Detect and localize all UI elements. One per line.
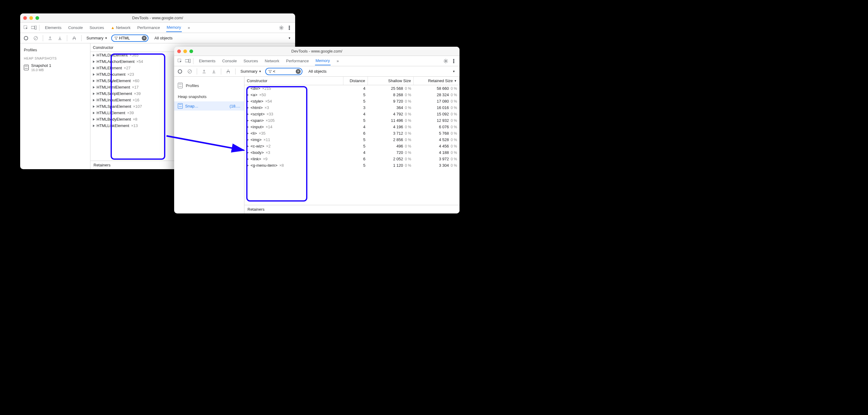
tab-sources[interactable]: Sources [243,57,259,65]
constructor-count: ×107 [133,104,142,109]
upload-icon[interactable] [46,34,54,42]
constructor-row[interactable]: <script>×33 4 4 7920 % 15 0920 % [244,111,460,117]
expand-caret-icon[interactable] [93,99,95,101]
retained-size: 58 6600 % [411,86,457,91]
expand-caret-icon[interactable] [93,93,95,95]
tab-performance[interactable]: Performance [136,23,160,32]
expand-caret-icon[interactable] [247,145,249,148]
device-icon[interactable] [184,57,192,65]
expand-caret-icon[interactable] [247,152,249,154]
snapshot-item[interactable]: Snapshot 1 16.0 MB [20,61,90,74]
expand-caret-icon[interactable] [247,158,249,160]
tab-console[interactable]: Console [221,57,238,65]
col-constructor[interactable]: Constructor [244,77,343,85]
download-icon[interactable] [56,34,64,42]
clear-icon[interactable] [32,34,40,42]
filter-input[interactable] [273,69,294,73]
expand-caret-icon[interactable] [247,119,249,122]
tab-memory[interactable]: Memory [315,57,331,65]
upload-icon[interactable] [200,67,208,75]
col-shallow[interactable]: Shallow Size [368,77,414,85]
expand-caret-icon[interactable] [93,86,95,89]
tab-memory[interactable]: Memory [166,23,182,32]
retainers-panel[interactable]: Retainers [244,205,460,214]
filter-input[interactable] [119,36,141,40]
snapshot-item[interactable]: Snap… (18.… [174,101,244,110]
expand-caret-icon[interactable] [93,73,95,76]
constructor-row[interactable]: <span>×105 5 11 4960 % 12 9320 % [244,117,460,124]
record-icon[interactable] [22,34,30,42]
view-dropdown[interactable]: Summary ▼ [239,68,264,74]
record-icon[interactable] [176,67,184,75]
shallow-size: 9 7200 % [365,99,411,103]
tab-elements[interactable]: Elements [198,57,216,65]
clear-filter-icon[interactable]: ✕ [142,36,147,41]
constructor-row[interactable]: <input>×14 4 4 1960 % 6 0760 % [244,124,460,130]
expand-caret-icon[interactable] [93,60,95,63]
constructor-row[interactable]: <img>×11 5 2 8560 % 4 5280 % [244,136,460,143]
snapshot-icon [24,65,29,70]
collect-garbage-icon[interactable] [224,67,232,75]
expand-caret-icon[interactable] [93,54,95,57]
expand-caret-icon[interactable] [93,118,95,121]
tab-network[interactable]: ▲Network [110,23,131,32]
kebab-menu-icon[interactable] [285,24,293,32]
view-dropdown[interactable]: Summary ▼ [85,35,110,41]
expand-caret-icon[interactable] [247,94,249,96]
collect-garbage-icon[interactable] [70,34,78,42]
expand-caret-icon[interactable] [247,87,249,90]
tab-performance[interactable]: Performance [285,57,309,65]
titlebar: DevTools - www.google.com/ [174,47,460,56]
tab-console[interactable]: Console [67,23,84,32]
tab-sources[interactable]: Sources [89,23,105,32]
constructor-row[interactable]: <li>×35 6 3 7120 % 5 7680 % [244,130,460,136]
constructor-name: <a> [251,93,257,97]
constructor-row[interactable]: <html>×3 3 3640 % 16 0160 % [244,104,460,111]
expand-caret-icon[interactable] [93,80,95,82]
objects-dropdown[interactable]: All objects [153,35,175,41]
expand-caret-icon[interactable] [247,100,249,103]
tab-elements[interactable]: Elements [44,23,62,32]
expand-caret-icon[interactable] [247,164,249,167]
constructor-row[interactable]: <c-wiz>×2 5 4960 % 4 4560 % [244,143,460,149]
expand-caret-icon[interactable] [247,126,249,128]
expand-caret-icon[interactable] [247,132,249,135]
more-tabs-icon[interactable]: » [187,23,191,32]
constructor-row[interactable]: <div>×215 4 25 5680 % 58 6600 % [244,85,460,92]
constructor-row[interactable]: <link>×9 6 2 0520 % 3 9720 % [244,156,460,162]
objects-dropdown[interactable]: All objects [307,68,329,74]
expand-caret-icon[interactable] [247,113,249,116]
col-retained[interactable]: Retained Size▼ [414,77,460,85]
expand-caret-icon[interactable] [93,67,95,69]
constructor-row[interactable]: <a>×50 5 8 2680 % 28 3240 % [244,92,460,98]
settings-icon[interactable] [442,57,450,65]
shallow-size: 11 4960 % [365,118,411,123]
expand-caret-icon[interactable] [93,105,95,108]
inspect-icon[interactable] [22,24,30,32]
col-distance[interactable]: Distance [343,77,368,85]
expand-caret-icon[interactable] [247,139,249,141]
expand-caret-icon[interactable] [93,112,95,114]
clear-icon[interactable] [186,67,194,75]
constructor-count: ×365 [129,53,138,57]
clear-filter-icon[interactable]: ✕ [296,69,301,74]
expand-caret-icon[interactable] [93,125,95,127]
svg-rect-2 [35,26,36,29]
expand-caret-icon[interactable] [247,106,249,109]
constructor-name: <li> [251,131,257,136]
constructor-list-2: <div>×215 4 25 5680 % 58 6600 % <a>×50 5… [244,85,460,205]
settings-icon[interactable] [277,24,285,32]
constructor-row[interactable]: <body>×3 4 7200 % 4 1880 % [244,149,460,156]
kebab-menu-icon[interactable] [450,57,458,65]
constructor-row[interactable]: <style>×54 5 9 7200 % 17 0800 % [244,98,460,104]
tab-network[interactable]: Network [264,57,280,65]
download-icon[interactable] [210,67,218,75]
distance-value: 6 [341,131,365,136]
device-icon[interactable] [30,24,38,32]
inspect-icon[interactable] [176,57,184,65]
more-tabs-icon[interactable]: » [336,57,339,65]
shallow-size: 3640 % [365,105,411,110]
snapshot-size: (18.… [230,104,241,108]
constructor-row[interactable]: <g-menu-item>×8 5 1 1200 % 3 3040 % [244,162,460,168]
constructor-name: <span> [251,118,264,123]
